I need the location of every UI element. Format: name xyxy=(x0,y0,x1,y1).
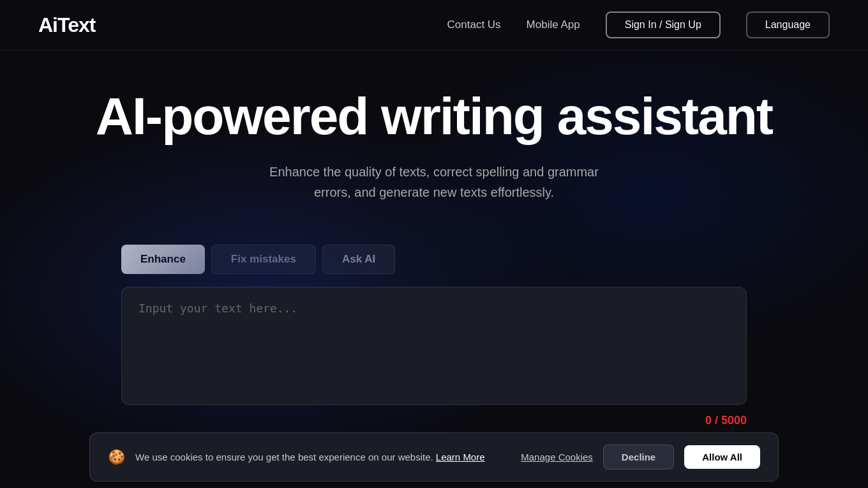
cookie-text: We use cookies to ensure you get the bes… xyxy=(135,452,511,462)
nav-links: Contact Us Mobile App Sign In / Sign Up … xyxy=(447,11,830,38)
mobile-app-link[interactable]: Mobile App xyxy=(527,19,580,31)
hero-subtitle: Enhance the quality of texts, correct sp… xyxy=(217,162,651,202)
manage-cookies-link[interactable]: Manage Cookies xyxy=(521,452,593,462)
navigation: AiText Contact Us Mobile App Sign In / S… xyxy=(0,0,868,50)
hero-subtitle-line2: errors, and generate new texts effortles… xyxy=(314,185,554,199)
char-count-wrapper: 0 / 5000 xyxy=(83,414,785,427)
char-count: 0 / 5000 xyxy=(705,414,747,427)
hero-title: AI-powered writing assistant xyxy=(26,89,842,144)
language-button[interactable]: Language xyxy=(746,11,830,38)
cookie-icon: 🍪 xyxy=(108,449,125,466)
signin-button[interactable]: Sign In / Sign Up xyxy=(606,11,721,38)
tab-bar: Enhance Fix mistakes Ask AI xyxy=(83,245,785,274)
hero-subtitle-line1: Enhance the quality of texts, correct sp… xyxy=(269,165,599,179)
contact-us-link[interactable]: Contact Us xyxy=(447,19,501,31)
allow-all-button[interactable]: Allow All xyxy=(684,445,760,469)
text-input-wrapper xyxy=(83,287,785,408)
cookie-banner: 🍪 We use cookies to ensure you get the b… xyxy=(89,432,779,482)
logo: AiText xyxy=(38,13,95,37)
tab-enhance[interactable]: Enhance xyxy=(121,245,205,274)
learn-more-link[interactable]: Learn More xyxy=(436,452,485,462)
tab-ask-ai[interactable]: Ask AI xyxy=(322,245,395,274)
text-input[interactable] xyxy=(121,287,747,405)
tab-fix-mistakes[interactable]: Fix mistakes xyxy=(211,245,316,274)
decline-button[interactable]: Decline xyxy=(603,445,674,469)
hero-section: AI-powered writing assistant Enhance the… xyxy=(0,50,868,245)
